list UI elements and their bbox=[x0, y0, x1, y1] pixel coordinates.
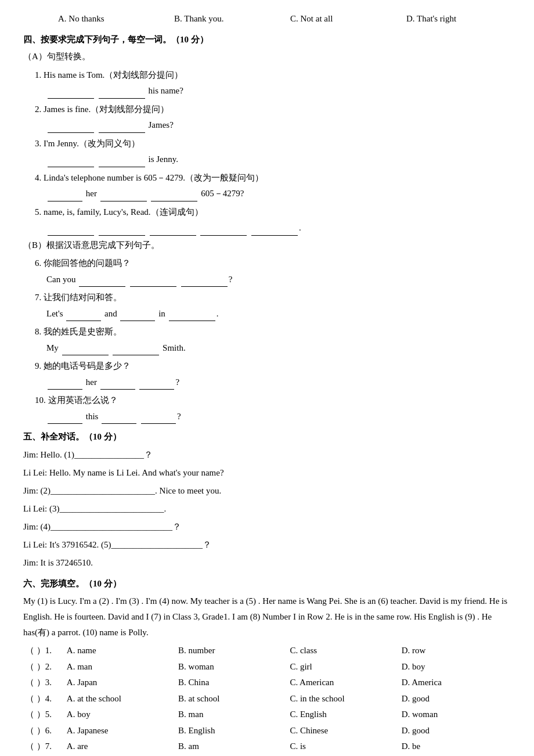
choice-num: （ ）5. bbox=[23, 707, 64, 723]
choice-num: （ ）3. bbox=[23, 675, 64, 691]
section4-sub-b: （B）根据汉语意思完成下列句子。 bbox=[23, 238, 511, 253]
q6-blank: Can you ? bbox=[35, 272, 511, 287]
q6-chinese: 6. 你能回答他的问题吗？ bbox=[35, 256, 511, 271]
choice-row: （ ）2.A. manB. womanC. girlD. boy bbox=[23, 659, 511, 675]
q1-text: 1. His name is Tom.（对划线部分提问） bbox=[35, 68, 511, 83]
q3-text: 3. I'm Jenny.（改为同义句） bbox=[35, 136, 511, 152]
choice-option-d: D. woman bbox=[399, 707, 511, 723]
q2-text: 2. James is fine.（对划线部分提问） bbox=[35, 102, 511, 117]
q10-blank: this ? bbox=[35, 409, 511, 424]
choice-option-c: C. class bbox=[287, 643, 399, 659]
section5-title: 五、补全对话。（10 分） bbox=[23, 430, 511, 445]
option-b: B. Thank you. bbox=[174, 12, 267, 27]
choice-row: （ ）7.A. areB. amC. isD. be bbox=[23, 739, 511, 755]
section4: 四、按要求完成下列句子，每空一词。（10 分） （A）句型转换。 1. His … bbox=[23, 33, 511, 424]
choice-row: （ ）5.A. boyB. manC. EnglishD. woman bbox=[23, 707, 511, 723]
lilei1: Li Lei: Hello. My name is Li Lei. And wh… bbox=[23, 465, 511, 481]
choice-option-a: A. Japan bbox=[64, 675, 176, 691]
choice-num: （ ）1. bbox=[23, 643, 64, 659]
choice-num: （ ）6. bbox=[23, 723, 64, 739]
option-a: A. No thanks bbox=[58, 12, 151, 27]
choice-option-d: D. row bbox=[399, 643, 511, 659]
q7-chinese: 7. 让我们结对问和答。 bbox=[35, 290, 511, 305]
choice-option-d: D. good bbox=[399, 723, 511, 739]
choice-option-d: D. America bbox=[399, 675, 511, 691]
q4-blank: her 605－4279? bbox=[35, 186, 511, 201]
choice-option-a: A. Japanese bbox=[64, 723, 176, 739]
choice-option-c: C. is bbox=[287, 739, 399, 755]
choice-option-a: A. are bbox=[64, 739, 176, 755]
choice-option-c: C. in the school bbox=[287, 691, 399, 707]
section4-sub-a: （A）句型转换。 bbox=[23, 49, 511, 64]
choice-row: （ ）3.A. JapanB. ChinaC. AmericanD. Ameri… bbox=[23, 675, 511, 691]
q5-blank: . bbox=[35, 221, 511, 236]
q4-text: 4. Linda's telephone number is 605－4279.… bbox=[35, 171, 511, 186]
section4-title: 四、按要求完成下列句子，每空一词。（10 分） bbox=[23, 33, 511, 48]
q8-chinese: 8. 我的姓氏是史密斯。 bbox=[35, 325, 511, 340]
q8-blank: My Smith. bbox=[35, 341, 511, 356]
lilei2: Li Lei: (3)________________________. bbox=[23, 501, 511, 517]
choice-option-c: C. American bbox=[287, 675, 399, 691]
choice-row: （ ）6.A. JapaneseB. EnglishC. ChineseD. g… bbox=[23, 723, 511, 739]
jim3: Jim: (4)____________________________？ bbox=[23, 519, 511, 535]
choice-num: （ ）2. bbox=[23, 659, 64, 675]
choice-option-b: B. at school bbox=[176, 691, 287, 707]
section5: 五、补全对话。（10 分） Jim: Hello. (1)___________… bbox=[23, 430, 511, 571]
q9-chinese: 9. 她的电话号码是多少？ bbox=[35, 359, 511, 374]
q2-blank: James? bbox=[35, 118, 511, 133]
choice-row: （ ）4.A. at the schoolB. at schoolC. in t… bbox=[23, 691, 511, 707]
section6: 六、完形填空。（10 分） My (1) is Lucy. I'm a (2) … bbox=[23, 577, 511, 757]
jim2: Jim: (2)________________________. Nice t… bbox=[23, 483, 511, 499]
q10-chinese: 10. 这用英语怎么说？ bbox=[35, 393, 511, 408]
q5-text: 5. name, is, family, Lucy's, Read.（连词成句） bbox=[35, 205, 511, 220]
choice-option-c: C. Chinese bbox=[287, 723, 399, 739]
q1-blank: his name? bbox=[35, 84, 511, 99]
choice-row: （ ）1.A. nameB. numberC. classD. row bbox=[23, 643, 511, 659]
choice-num: （ ）7. bbox=[23, 739, 64, 755]
choice-option-b: B. China bbox=[176, 675, 287, 691]
choice-option-d: D. be bbox=[399, 739, 511, 755]
choice-option-c: C. girl bbox=[287, 659, 399, 675]
top-answer-row: A. No thanks B. Thank you. C. Not at all… bbox=[23, 12, 511, 27]
option-d: D. That's right bbox=[406, 12, 499, 27]
choice-option-a: A. at the school bbox=[64, 691, 176, 707]
section6-choices: （ ）1.A. nameB. numberC. classD. row（ ）2.… bbox=[23, 643, 511, 756]
choice-option-a: A. boy bbox=[64, 707, 176, 723]
lilei3: Li Lei: It's 37916542. (5)______________… bbox=[23, 537, 511, 553]
choice-num: （ ）4. bbox=[23, 691, 64, 707]
choice-option-c: C. English bbox=[287, 707, 399, 723]
choice-option-b: B. man bbox=[176, 707, 287, 723]
choice-option-d: D. boy bbox=[399, 659, 511, 675]
jim4: Jim: It is 37246510. bbox=[23, 555, 511, 571]
q3-blank: is Jenny. bbox=[35, 152, 511, 167]
q7-blank: Let's and in . bbox=[35, 307, 511, 322]
choice-option-d: D. good bbox=[399, 691, 511, 707]
jim1: Jim: Hello. (1)________________？ bbox=[23, 447, 511, 463]
choice-option-b: B. English bbox=[176, 723, 287, 739]
choice-option-a: A. name bbox=[64, 643, 176, 659]
choice-option-b: B. number bbox=[176, 643, 287, 659]
choice-option-a: A. man bbox=[64, 659, 176, 675]
option-c: C. Not at all bbox=[290, 12, 383, 27]
choice-option-b: B. woman bbox=[176, 659, 287, 675]
choice-option-b: B. am bbox=[176, 739, 287, 755]
section6-title: 六、完形填空。（10 分） bbox=[23, 577, 511, 592]
q9-blank: her ? bbox=[35, 375, 511, 390]
section6-paragraph: My (1) is Lucy. I'm a (2) . I'm (3) . I'… bbox=[23, 593, 511, 640]
